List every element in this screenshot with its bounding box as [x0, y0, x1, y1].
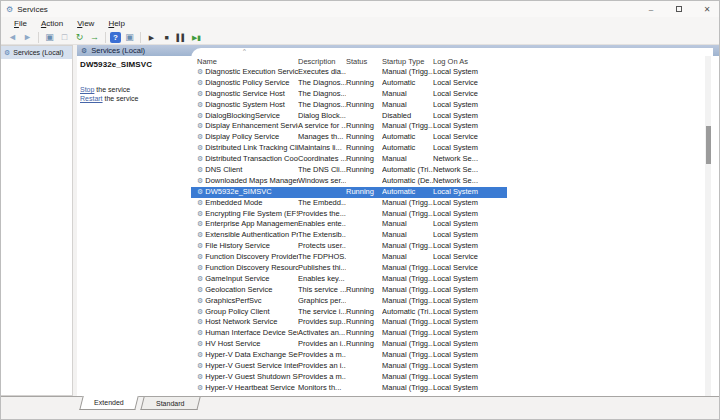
table-row[interactable]: ⚙Enterprise App Managemen... Enables ent…: [191, 219, 507, 230]
service-description-cell: Provides a m...: [298, 350, 346, 361]
table-row[interactable]: ⚙Host Network Service Provides sup... Ru…: [191, 317, 507, 328]
service-description-cell: Dialog Block...: [298, 111, 346, 122]
service-description-cell: Monitors th...: [298, 383, 346, 393]
show-console-tree-icon[interactable]: ▣: [43, 31, 56, 44]
table-row[interactable]: ⚙Hyper-V Heartbeat Service Monitors th..…: [191, 383, 507, 393]
stop-service-link[interactable]: Stop: [80, 86, 94, 93]
table-row[interactable]: ⚙Geolocation Service This service ... Ru…: [191, 285, 507, 296]
service-name-cell: Human Interface Device Serv...: [205, 328, 298, 339]
stop-service-suffix: the service: [94, 86, 130, 93]
table-row[interactable]: ⚙Diagnostic Execution Service Executes d…: [191, 67, 507, 78]
service-gear-icon: ⚙: [197, 100, 203, 111]
service-log-on-as-cell: Local Service: [433, 252, 507, 263]
services-table-body: ⚙Diagnostic Execution Service Executes d…: [191, 67, 713, 393]
table-row[interactable]: ⚙Function Discovery Provider ... The FDP…: [191, 252, 507, 263]
service-description-cell: The Extensib...: [298, 230, 346, 241]
services-pane: ⚙ Services (Local) DW5932e_SIMSVC Stop t…: [77, 45, 719, 396]
restart-service-icon[interactable]: ▶▮: [190, 31, 203, 44]
service-log-on-as-cell: Network Se...: [433, 165, 507, 176]
table-row[interactable]: ⚙DialogBlockingService Dialog Block... D…: [191, 111, 507, 122]
service-startup-type-cell: Automatic: [382, 132, 433, 143]
service-startup-type-cell: Manual (Trigg...: [382, 339, 433, 350]
table-row[interactable]: ⚙Distributed Transaction Coor... Coordin…: [191, 154, 507, 165]
service-gear-icon: ⚙: [197, 67, 203, 78]
table-row[interactable]: ⚙Distributed Link Tracking Cli... Mainta…: [191, 143, 507, 154]
menu-view[interactable]: View: [70, 19, 101, 28]
export-list-icon[interactable]: →: [88, 31, 101, 44]
table-row[interactable]: ⚙File History Service Protects user... M…: [191, 241, 507, 252]
pause-service-icon[interactable]: ▌▌: [175, 31, 188, 44]
service-name-cell: Diagnostic System Host: [205, 100, 285, 111]
table-row[interactable]: ⚙Group Policy Client The service i... Ru…: [191, 307, 507, 318]
table-row[interactable]: ⚙Diagnostic Policy Service The Diagnos..…: [191, 78, 507, 89]
close-button[interactable]: ✕: [699, 2, 715, 16]
menu-file[interactable]: File: [7, 19, 34, 28]
table-row[interactable]: ⚙DW5932e_SIMSVC Running Automatic Local …: [191, 187, 507, 198]
service-gear-icon: ⚙: [197, 78, 203, 89]
stop-service-icon[interactable]: ■: [160, 31, 173, 44]
table-row[interactable]: ⚙Display Enhancement Service A service f…: [191, 121, 507, 132]
menu-action[interactable]: Action: [34, 19, 70, 28]
refresh-icon[interactable]: ↻: [73, 31, 86, 44]
services-app-icon: ⚙: [6, 5, 13, 14]
scrollbar-thumb[interactable]: [706, 126, 711, 164]
table-row[interactable]: ⚙Embedded Mode The Embedd... Manual (Tri…: [191, 198, 507, 209]
table-row[interactable]: ⚙HV Host Service Provides an i... Runnin…: [191, 339, 507, 350]
restart-service-link[interactable]: Restart: [80, 95, 103, 102]
forward-arrow-icon[interactable]: ►: [21, 31, 34, 44]
service-status-cell: Running: [346, 339, 382, 350]
vertical-scrollbar[interactable]: [705, 56, 711, 396]
service-log-on-as-cell: Local Service: [433, 263, 507, 274]
table-row[interactable]: ⚙GameInput Service Enables key... Manual…: [191, 274, 507, 285]
table-row[interactable]: ⚙Diagnostic Service Host The Diagnos... …: [191, 89, 507, 100]
table-row[interactable]: ⚙Display Policy Service Manages th... Ru…: [191, 132, 507, 143]
service-log-on-as-cell: Local System: [433, 383, 507, 393]
back-arrow-icon[interactable]: ◄: [6, 31, 19, 44]
table-row[interactable]: ⚙Encrypting File System (EFS) Provides t…: [191, 209, 507, 220]
properties-icon[interactable]: ▣: [123, 31, 136, 44]
service-startup-type-cell: Automatic (Tri...: [382, 307, 433, 318]
start-service-icon[interactable]: ▶: [145, 31, 158, 44]
menu-help[interactable]: Help: [101, 19, 131, 28]
service-description-cell: Manages th...: [298, 132, 346, 143]
help-icon[interactable]: ?: [110, 32, 121, 43]
service-startup-type-cell: Manual: [382, 100, 433, 111]
service-description-cell: The Diagnos...: [298, 89, 346, 100]
table-row[interactable]: ⚙Hyper-V Guest Service Interf... Provide…: [191, 361, 507, 372]
table-row[interactable]: ⚙Extensible Authentication Pr... The Ext…: [191, 230, 507, 241]
restart-service-suffix: the service: [103, 95, 139, 102]
service-name-cell: Hyper-V Guest Shutdown Se...: [205, 372, 298, 383]
service-startup-type-cell: Manual (Trigg...: [382, 67, 433, 78]
table-row[interactable]: ⚙Diagnostic System Host The Diagnos... R…: [191, 100, 507, 111]
bottom-strip: [1, 412, 720, 420]
maximize-icon: [676, 6, 682, 12]
service-name-cell: Display Enhancement Service: [205, 121, 298, 132]
column-header-log-on-as[interactable]: Log On As: [433, 57, 507, 66]
selected-service-name: DW5932e_SIMSVC: [80, 60, 191, 69]
service-description-cell: Enables ente...: [298, 219, 346, 230]
column-header-name[interactable]: Name: [197, 57, 298, 66]
tab-standard[interactable]: Standard: [140, 397, 200, 410]
column-header-description[interactable]: Description: [298, 57, 346, 66]
table-row[interactable]: ⚙DNS Client The DNS Cli... Running Autom…: [191, 165, 507, 176]
maximize-button[interactable]: [671, 2, 687, 16]
table-row[interactable]: ⚙Function Discovery Resourc... Publishes…: [191, 263, 507, 274]
pane-header-icon: ⚙: [81, 47, 87, 55]
table-row[interactable]: ⚙Human Interface Device Serv... Activate…: [191, 328, 507, 339]
service-description-cell: The Embedd...: [298, 198, 346, 209]
minimize-button[interactable]: –: [643, 2, 659, 16]
table-row[interactable]: ⚙Hyper-V Data Exchange Serv... Provides …: [191, 350, 507, 361]
export-icon[interactable]: □: [58, 31, 71, 44]
tree-item-services-local[interactable]: ⚙ Services (Local): [1, 46, 72, 59]
column-header-status[interactable]: Status: [346, 57, 382, 66]
table-row[interactable]: ⚙Downloaded Maps Manager Windows ser... …: [191, 176, 507, 187]
service-log-on-as-cell: Local System: [433, 111, 507, 122]
extended-view-panel: DW5932e_SIMSVC Stop the service Restart …: [77, 56, 191, 396]
tab-extended[interactable]: Extended: [79, 396, 138, 410]
service-gear-icon: ⚙: [197, 339, 203, 350]
service-status-cell: Running: [346, 78, 382, 89]
table-row[interactable]: ⚙Hyper-V Guest Shutdown Se... Provides a…: [191, 372, 507, 383]
window-title: Services: [17, 5, 48, 14]
table-row[interactable]: ⚙GraphicsPerfSvc Graphics per... Manual …: [191, 296, 507, 307]
column-header-startup-type[interactable]: Startup Type: [382, 57, 433, 66]
